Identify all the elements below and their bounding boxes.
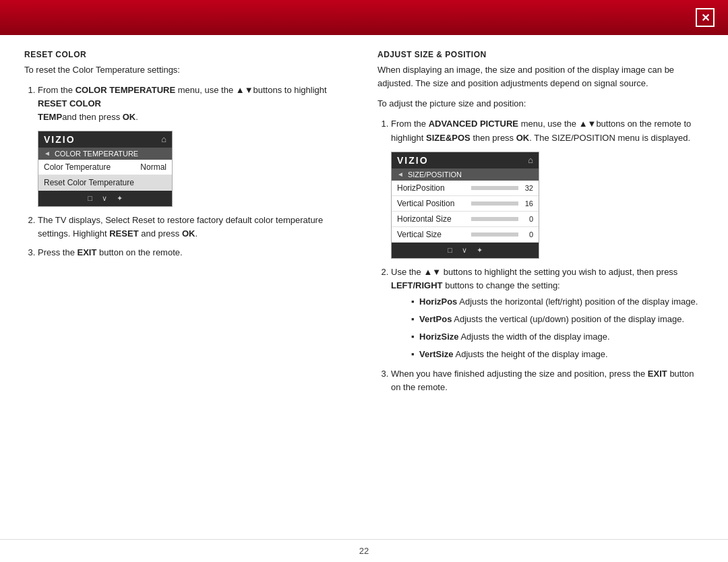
horiz-size-right: 0 <box>471 215 533 223</box>
color-temp-value: Normal <box>140 162 166 172</box>
advanced-pic-bold: ADVANCED PICTURE <box>429 119 518 129</box>
footer-btn-1: □ <box>88 194 92 202</box>
right-steps-list: From the ADVANCED PICTURE menu, use the … <box>377 117 704 144</box>
lr-bold: LEFT/RIGHT <box>391 280 443 290</box>
menu-subheader-label: COLOR TEMPERATURE <box>55 150 138 158</box>
left-section-intro: To reset the Color Temperature settings: <box>24 63 351 77</box>
left-section-title: RESET COLOR <box>24 50 351 59</box>
page-footer: 22 <box>0 539 728 562</box>
bullet-horiz-size: HorizSize Adjusts the width of the displ… <box>411 330 704 344</box>
vizio-menu-footer-left: □ ∨ ✦ <box>38 191 172 206</box>
color-temp-bold: COLOR TEMPERATURE <box>75 85 176 95</box>
horiz-pos-label: HorizPosition <box>397 183 445 193</box>
right-step-2: Use the ▲▼ buttons to highlight the sett… <box>391 266 704 362</box>
vert-size-label: Vertical Size <box>397 230 442 239</box>
vizio-size-pos-menu: VIZIO ⌂ ◄ SIZE/POSITION HorizPosition 32… <box>391 152 539 259</box>
vizio-menu-header: VIZIO ⌂ <box>38 131 172 148</box>
home-icon: ⌂ <box>161 134 166 144</box>
reset-bold-2: RESET <box>109 228 138 239</box>
page-number: 22 <box>359 546 369 556</box>
vizio-menu-subheader-color: ◄ COLOR TEMPERATURE <box>38 148 172 160</box>
left-step-1: From the COLOR TEMPERATURE menu, use the… <box>38 84 351 124</box>
bullet-hs-label: HorizSize <box>419 332 459 342</box>
menu-row-color-temp: Color Temperature Normal <box>38 160 172 175</box>
left-steps-list-2: The TV displays, Select Reset to restore… <box>24 214 351 259</box>
sp-subheader-label: SIZE/POSITION <box>408 170 462 179</box>
right-steps-list-2: Use the ▲▼ buttons to highlight the sett… <box>377 266 704 394</box>
exit-bold-right: EXIT <box>648 369 667 379</box>
horiz-pos-value: 32 <box>522 184 533 192</box>
left-step-3: Press the EXIT button on the remote. <box>38 246 351 259</box>
right-step-1: From the ADVANCED PICTURE menu, use the … <box>391 117 704 144</box>
left-step-2: The TV displays, Select Reset to restore… <box>38 214 351 241</box>
sp-footer-btn-2: ∨ <box>462 246 467 255</box>
vizio-sp-footer: □ ∨ ✦ <box>392 243 539 258</box>
bullet-vert-pos: VertPos Adjusts the vertical (up/down) p… <box>411 313 704 326</box>
exit-bold-left: EXIT <box>78 247 97 257</box>
header-bar: ✕ <box>0 0 728 35</box>
bullet-vert-size: VertSize Adjusts the height of the displ… <box>411 348 704 361</box>
vizio-logo: VIZIO <box>44 134 75 145</box>
back-arrow-icon: ◄ <box>44 150 51 157</box>
left-column: RESET COLOR To reset the Color Temperatu… <box>24 50 351 526</box>
vizio-logo-sp: VIZIO <box>397 155 429 166</box>
right-section-title: ADJUST SIZE & POSITION <box>377 50 704 59</box>
vizio-sp-header: VIZIO ⌂ <box>392 152 539 168</box>
vizio-color-temp-menu: VIZIO ⌂ ◄ COLOR TEMPERATURE Color Temper… <box>38 131 173 207</box>
reset-bold: RESET COLORTEMP <box>38 98 101 122</box>
bullet-horiz-pos: HorizPos Adjusts the horizontal (left/ri… <box>411 295 704 309</box>
sp-footer-btn-3: ✦ <box>477 246 483 255</box>
right-to-adjust: To adjust the picture size and position: <box>377 97 704 111</box>
footer-btn-2: ∨ <box>102 194 107 203</box>
sp-row-horiz-pos: HorizPosition 32 <box>392 181 539 196</box>
right-intro-text: When displaying an image, the size and p… <box>377 63 704 90</box>
size-pos-bold: SIZE&POS <box>426 133 471 143</box>
left-steps-list: From the COLOR TEMPERATURE menu, use the… <box>24 84 351 124</box>
close-button[interactable]: ✕ <box>696 8 715 27</box>
bullet-vs-label: VertSize <box>419 349 454 359</box>
right-step-3: When you have finished adjusting the siz… <box>391 367 704 394</box>
bullet-list: HorizPos Adjusts the horizontal (left/ri… <box>391 295 704 362</box>
ok-bold-r1: OK <box>516 133 530 143</box>
arrows-bold-1: ▲▼ <box>236 85 253 95</box>
close-icon: ✕ <box>701 11 710 24</box>
vert-pos-bar <box>471 201 518 206</box>
back-arrow-sp-icon: ◄ <box>397 170 404 178</box>
arrows-bold-r2: ▲▼ <box>423 267 441 277</box>
ok-bold-1: OK <box>123 112 136 122</box>
reset-color-temp-label: Reset Color Temperature <box>44 178 134 187</box>
vert-pos-right: 16 <box>471 199 533 208</box>
bullet-hp-label: HorizPos <box>419 296 457 307</box>
footer-btn-3: ✦ <box>117 194 123 203</box>
vizio-sp-subheader: ◄ SIZE/POSITION <box>392 168 539 181</box>
horiz-pos-right: 32 <box>471 184 533 192</box>
main-content: RESET COLOR To reset the Color Temperatu… <box>0 35 728 539</box>
sp-row-horiz-size: Horizontal Size 0 <box>392 212 539 227</box>
sp-footer-btn-1: □ <box>448 246 452 254</box>
home-icon-sp: ⌂ <box>528 155 533 165</box>
right-column: ADJUST SIZE & POSITION When displaying a… <box>377 50 704 526</box>
ok-bold-2: OK <box>182 228 195 239</box>
vert-size-right: 0 <box>471 230 533 239</box>
vert-size-bar <box>471 232 518 237</box>
horiz-pos-bar <box>471 186 518 190</box>
sp-row-vert-size: Vertical Size 0 <box>392 227 539 243</box>
vert-size-value: 0 <box>522 230 533 239</box>
horiz-size-value: 0 <box>522 215 533 223</box>
arrows-bold-r1: ▲▼ <box>579 119 597 129</box>
horiz-size-label: Horizontal Size <box>397 214 452 224</box>
horiz-size-bar <box>471 217 518 221</box>
vert-pos-value: 16 <box>522 199 533 208</box>
vert-pos-label: Vertical Position <box>397 199 454 208</box>
sp-row-vert-pos: Vertical Position 16 <box>392 196 539 212</box>
bullet-vp-label: VertPos <box>419 314 452 324</box>
menu-row-reset-color-temp: Reset Color Temperature <box>38 175 172 191</box>
color-temp-label: Color Temperature <box>44 162 111 172</box>
